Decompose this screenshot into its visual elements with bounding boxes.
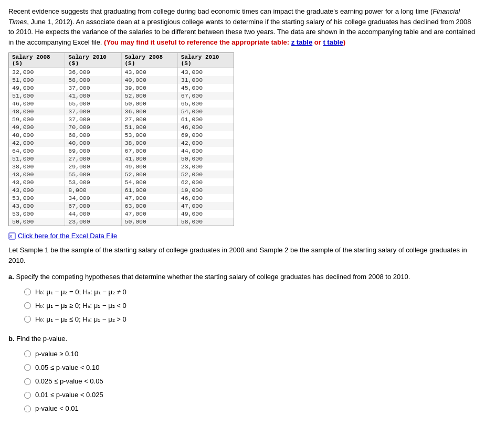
excel-link-text[interactable]: Click here for the Excel Data File [18,232,117,240]
table-cell: 69,000 [177,131,234,139]
hypothesis-radio-2[interactable] [24,302,31,309]
hypothesis-option-2[interactable]: H₀: μ₁ − μ₂ ≥ 0; Hₐ: μ₁ − μ₂ < 0 [24,301,477,311]
table-row: 49,00070,00051,00046,000 [9,123,234,131]
table-cell: 37,000 [65,115,121,123]
table-cell: 49,000 [177,210,234,218]
table-cell: 68,000 [65,131,121,139]
table-cell: 27,000 [121,115,177,123]
table-cell: 47,000 [177,202,234,210]
hypothesis-radio-1[interactable] [24,289,31,295]
excel-link[interactable]: X Click here for the Excel Data File [8,232,477,240]
question-b: b. Find the p-value. p-value ≥ 0.10 0.05… [8,334,477,413]
table-cell: 31,000 [177,76,234,84]
table-cell: 48,000 [9,131,65,139]
table-cell: 69,000 [65,147,121,155]
table-cell: 67,000 [177,92,234,100]
table-cell: 51,000 [9,76,65,84]
pvalue-option-3[interactable]: 0.025 ≤ p-value < 0.05 [24,377,477,386]
table-cell: 44,000 [177,147,234,155]
question-b-text: Find the p-value. [15,335,67,343]
table-cell: 38,000 [9,163,65,170]
sample-description: Let Sample 1 be the sample of the starti… [8,245,477,265]
table-cell: 53,000 [9,210,65,218]
question-a-text: Specify the competing hypotheses that de… [14,273,410,281]
table-cell: 64,000 [9,147,65,155]
hypothesis-option-3[interactable]: H₀: μ₁ − μ₂ ≤ 0; Hₐ: μ₁ − μ₂ > 0 [24,315,477,324]
table-cell: 50,000 [121,218,177,226]
table-row: 32,00036,00043,00043,000 [9,68,234,77]
table-cell: 23,000 [177,163,234,170]
table-cell: 43,000 [9,202,65,210]
pvalue-radio-4[interactable] [24,392,31,399]
table-cell: 62,000 [177,178,234,186]
table-cell: 39,000 [121,84,177,92]
table-cell: 37,000 [65,84,121,92]
table-row: 64,00069,00067,00044,000 [9,147,234,155]
table-cell: 58,000 [65,76,121,84]
excel-icon: X [8,232,16,240]
table-cell: 52,000 [177,170,234,178]
table-row: 43,00067,00063,00047,000 [9,202,234,210]
table-cell: 54,000 [121,178,177,186]
table-row: 59,00037,00027,00061,000 [9,115,234,123]
pvalue-radio-3[interactable] [24,378,31,385]
table-cell: 27,000 [65,155,121,163]
table-cell: 44,000 [65,210,121,218]
table-cell: 29,000 [65,163,121,170]
z-table-link[interactable]: z table [291,38,312,46]
table-row: 48,00037,00036,00054,000 [9,108,234,115]
pvalue-radio-1[interactable] [24,350,31,357]
table-cell: 49,000 [9,123,65,131]
pvalue-option-1[interactable]: p-value ≥ 0.10 [24,349,477,359]
table-cell: 47,000 [121,194,177,202]
table-cell: 59,000 [9,115,65,123]
question-b-label: b. [8,335,15,343]
table-row: 43,00053,00054,00062,000 [9,178,234,186]
table-row: 42,00040,00038,00042,000 [9,139,234,147]
table-header: Salary 2010 ($) [65,53,121,68]
pvalue-radio-2[interactable] [24,364,31,371]
question-a: a. Specify the competing hypotheses that… [8,272,477,324]
table-cell: 50,000 [121,100,177,108]
table-cell: 43,000 [9,186,65,194]
question-a-label: a. [8,273,14,281]
svg-text:X: X [9,234,13,239]
table-cell: 53,000 [65,178,121,186]
table-header: Salary 2008 ($) [121,53,177,68]
table-row: 53,00044,00047,00049,000 [9,210,234,218]
pvalue-radio-5[interactable] [24,406,31,412]
pvalue-label-1: p-value ≥ 0.10 [35,349,78,359]
hypothesis-radio-3[interactable] [24,316,31,323]
pvalue-label-5: p-value < 0.01 [35,404,79,413]
table-cell: 70,000 [65,123,121,131]
hypothesis-option-1[interactable]: H₀: μ₁ − μ₂ = 0; Hₐ: μ₁ − μ₂ ≠ 0 [24,287,477,297]
table-cell: 51,000 [9,155,65,163]
table-row: 53,00034,00047,00046,000 [9,194,234,202]
table-cell: 42,000 [177,139,234,147]
intro-text-1: Recent evidence suggests that graduating… [8,7,433,15]
table-cell: 46,000 [9,100,65,108]
table-row: 51,00058,00040,00031,000 [9,76,234,84]
pvalue-option-5[interactable]: p-value < 0.01 [24,404,477,413]
table-cell: 61,000 [121,186,177,194]
table-cell: 53,000 [121,131,177,139]
t-table-link[interactable]: t table [323,38,343,46]
table-cell: 34,000 [65,194,121,202]
table-cell: 51,000 [121,123,177,131]
table-cell: 54,000 [177,108,234,115]
table-cell: 19,000 [177,186,234,194]
intro-paragraph: Recent evidence suggests that graduating… [8,6,477,47]
table-cell: 67,000 [121,147,177,155]
table-cell: 67,000 [65,202,121,210]
pvalue-option-2[interactable]: 0.05 ≤ p-value < 0.10 [24,363,477,372]
table-cell: 49,000 [9,84,65,92]
pvalue-option-4[interactable]: 0.01 ≤ p-value < 0.025 [24,390,477,400]
table-header: Salary 2008 ($) [9,53,65,68]
table-cell: 41,000 [65,92,121,100]
table-row: 49,00037,00039,00045,000 [9,84,234,92]
table-cell: 36,000 [65,68,121,77]
table-cell: 37,000 [65,108,121,115]
table-cell: 52,000 [121,170,177,178]
table-cell: 43,000 [9,178,65,186]
table-cell: 41,000 [121,155,177,163]
